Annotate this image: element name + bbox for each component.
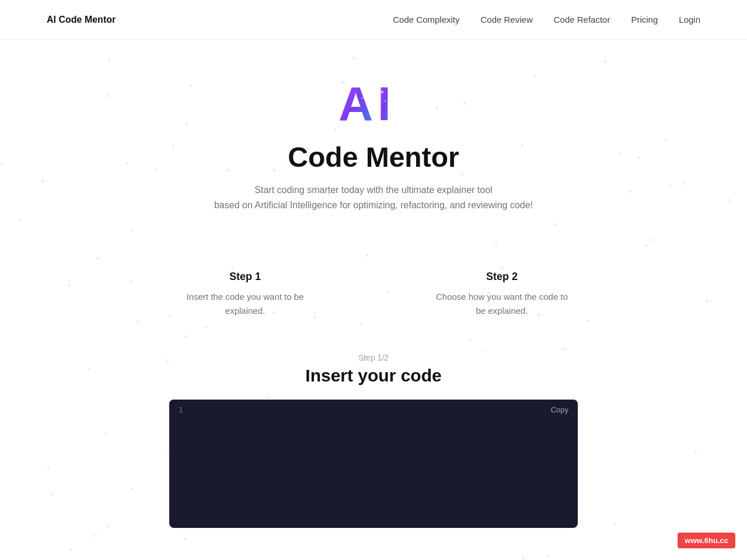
nav-logo[interactable]: AI Code Mentor xyxy=(47,15,116,25)
code-editor: 1 Copy xyxy=(169,400,578,528)
step-2-title: Step 2 xyxy=(486,271,518,283)
svg-text:I: I xyxy=(378,77,391,127)
svg-text:A: A xyxy=(338,77,372,127)
code-section: Step 1/2 Insert your code 1 Copy xyxy=(0,341,747,528)
nav-link-code-review[interactable]: Code Review xyxy=(481,15,533,24)
watermark: www.6hu.cc xyxy=(678,533,735,548)
step-2-item: Step 2 Choose how you want the code to b… xyxy=(432,271,572,318)
svg-point-9 xyxy=(361,97,363,99)
step-indicator: Step 1/2 xyxy=(358,353,389,362)
steps-section: Step 1 Insert the code you want to be ex… xyxy=(0,236,747,341)
step-1-title: Step 1 xyxy=(229,271,261,283)
svg-point-11 xyxy=(393,96,395,98)
svg-line-15 xyxy=(391,82,400,88)
code-editor-header: 1 Copy xyxy=(169,400,578,420)
hero-subtitle-line1: Start coding smarter today with the ulti… xyxy=(254,185,492,195)
code-editor-body[interactable] xyxy=(169,420,578,519)
code-section-title: Insert your code xyxy=(305,366,441,386)
step-2-desc: Choose how you want the code to be expla… xyxy=(432,290,572,318)
nav-link-code-refactor[interactable]: Code Refactor xyxy=(554,15,610,24)
copy-button[interactable]: Copy xyxy=(551,405,568,414)
navbar: AI Code Mentor Code Complexity Code Revi… xyxy=(0,0,747,40)
nav-link-code-complexity[interactable]: Code Complexity xyxy=(393,15,459,24)
svg-point-10 xyxy=(385,100,386,102)
step-1-desc: Insert the code you want to be explained… xyxy=(175,290,315,318)
nav-links: Code Complexity Code Review Code Refacto… xyxy=(393,15,700,24)
hero-subtitle-line2: based on Artificial Intelligence for opt… xyxy=(214,200,533,210)
ai-logo: A I xyxy=(336,75,411,127)
nav-link-login[interactable]: Login xyxy=(679,15,700,24)
nav-link-pricing[interactable]: Pricing xyxy=(631,15,658,24)
hero-title: Code Mentor xyxy=(288,141,459,173)
hero-subtitle: Start coding smarter today with the ulti… xyxy=(214,183,533,212)
step-1-item: Step 1 Insert the code you want to be ex… xyxy=(175,271,315,318)
line-number: 1 xyxy=(179,405,183,414)
hero-section: A I Code Mentor Start coding smarter tod… xyxy=(0,40,747,236)
